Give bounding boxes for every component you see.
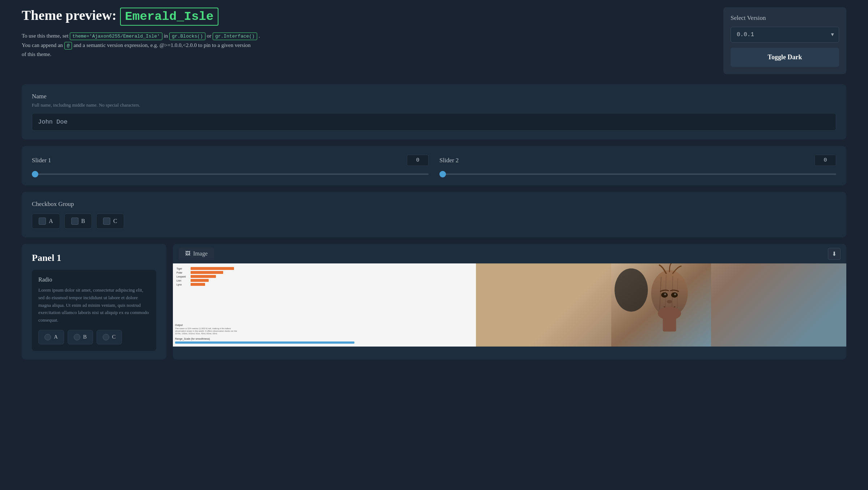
version-panel-title: Select Version <box>731 14 839 22</box>
header-section: Theme preview: Emerald_Isle To use this … <box>22 7 846 74</box>
desc-part2: in <box>164 33 169 39</box>
chart-bar-lion <box>191 279 209 282</box>
sliders-row: Slider 1 0 Slider 2 0 <box>32 155 836 177</box>
svg-point-9 <box>674 293 676 296</box>
theme-code: theme='Ajaxon6255/Emerald_Isle' <box>70 33 162 40</box>
gr-interface-code: gr.Interface() <box>213 33 257 40</box>
slider1-group: Slider 1 0 <box>32 155 429 177</box>
svg-rect-12 <box>663 315 676 332</box>
svg-point-13 <box>614 268 648 312</box>
checkbox-row: A B C <box>32 214 836 229</box>
header-left: Theme preview: Emerald_Isle To use this … <box>22 7 709 59</box>
slider2-input[interactable] <box>439 173 836 175</box>
desc-part7: of this theme. <box>22 51 51 57</box>
range-label: Range_Scale (for smoothness) <box>175 338 474 340</box>
chart-bar-lynx <box>191 283 205 286</box>
slider1-label: Slider 1 <box>32 157 51 164</box>
radio-description: Lorem ipsum dolor sit amet, consectetur … <box>38 287 150 324</box>
chart-text-lines: The tower is 324 metres (1,063 ft) tall,… <box>175 327 474 335</box>
name-sublabel: Full name, including middle name. No spe… <box>32 102 836 108</box>
chart-text-line-1: The tower is 324 metres (1,063 ft) tall,… <box>175 327 474 330</box>
checkbox-card: Checkbox Group A B C <box>22 192 846 237</box>
checkbox-box-a <box>39 218 46 225</box>
image-tab[interactable]: 🖼 Image <box>179 248 214 260</box>
radio-card: Radio Lorem ipsum dolor sit amet, consec… <box>32 270 156 351</box>
portrait-svg <box>476 263 846 347</box>
radio-circle-a <box>44 334 51 340</box>
page-title: Theme preview: Emerald_Isle <box>22 7 709 26</box>
version-panel-inner: Select Version 0.0.1 ▼ Toggle Dark <box>723 7 846 74</box>
image-preview-content: Tiger Polar Leopard <box>173 263 846 347</box>
panel1: Panel 1 Radio Lorem ipsum dolor sit amet… <box>22 244 166 360</box>
checkbox-item-c[interactable]: C <box>96 214 124 229</box>
radio-text-b: B <box>83 334 87 340</box>
checkbox-group-label: Checkbox Group <box>32 201 836 208</box>
checkbox-label-b: B <box>81 218 85 224</box>
slider1-header: Slider 1 0 <box>32 155 429 166</box>
slider2-header: Slider 2 0 <box>439 155 836 166</box>
at-sign-code: @ <box>64 42 72 50</box>
slider1-input[interactable] <box>32 173 429 175</box>
chart-output-label: Output <box>175 324 474 326</box>
chart-text-line-3: 107th, 103rd, 102nd, 91st, 43rd, 82nd, 6… <box>175 332 474 335</box>
chart-rows: Tiger Polar Leopard <box>176 267 472 286</box>
radio-title: Radio <box>38 276 150 283</box>
image-preview-area: Tiger Polar Leopard <box>173 263 846 347</box>
image-panel: 🖼 Image ⬇ Tiger <box>173 244 846 360</box>
chart-label-lion: Lion <box>176 279 189 282</box>
version-panel: Select Version 0.0.1 ▼ Toggle Dark <box>723 7 846 74</box>
checkbox-box-b <box>71 218 78 225</box>
checkbox-item-a[interactable]: A <box>32 214 60 229</box>
chart-bar-leopard <box>191 275 216 278</box>
checkbox-label-a: A <box>49 218 53 224</box>
chart-row-lynx: Lynx <box>176 283 472 286</box>
panel1-title: Panel 1 <box>32 253 156 263</box>
checkbox-label-c: C <box>113 218 117 224</box>
radio-text-c: C <box>112 334 116 340</box>
chart-row-tiger: Tiger <box>176 267 472 270</box>
toggle-dark-button[interactable]: Toggle Dark <box>731 48 839 67</box>
name-input[interactable] <box>32 113 836 131</box>
chart-portion: Tiger Polar Leopard <box>173 263 476 347</box>
portrait-portion <box>476 263 846 347</box>
chart-row-lion: Lion <box>176 279 472 282</box>
svg-point-8 <box>664 293 666 296</box>
theme-name-badge: Emerald_Isle <box>120 8 219 26</box>
version-select[interactable]: 0.0.1 <box>731 27 839 43</box>
download-button[interactable]: ⬇ <box>828 248 841 260</box>
chart-label-leopard: Leopard <box>176 275 189 278</box>
radio-text-a: A <box>54 334 58 340</box>
chart-label-polar: Polar <box>176 271 189 274</box>
version-select-wrapper: 0.0.1 ▼ <box>731 27 839 43</box>
radio-option-c[interactable]: C <box>97 330 122 344</box>
slider2-label: Slider 2 <box>439 157 459 164</box>
image-tab-header: 🖼 Image ⬇ <box>173 244 846 263</box>
chart-bar-tiger <box>191 267 234 270</box>
radio-option-b[interactable]: B <box>68 330 93 344</box>
chart-label-tiger: Tiger <box>176 267 189 270</box>
checkbox-item-b[interactable]: B <box>64 214 92 229</box>
desc-part5: You can append an <box>22 42 64 48</box>
description-text: To use this theme, set theme='Ajaxon6255… <box>22 31 709 59</box>
radio-circle-c <box>103 334 109 340</box>
name-label: Name <box>32 93 836 100</box>
image-icon: 🖼 <box>185 251 190 257</box>
name-card: Name Full name, including middle name. N… <box>22 84 846 139</box>
desc-part3: or <box>207 33 213 39</box>
radio-circle-b <box>74 334 80 340</box>
gr-blocks-code: gr.Blocks() <box>169 33 205 40</box>
radio-options-row: A B C <box>38 330 150 344</box>
range-section: Range_Scale (for smoothness) <box>175 338 474 344</box>
sliders-card: Slider 1 0 Slider 2 0 <box>22 146 846 185</box>
slider1-value: 0 <box>407 155 429 166</box>
chart-area-title: Tiger Polar Leopard <box>176 267 472 286</box>
chart-row-leopard: Leopard <box>176 275 472 278</box>
desc-part4: . <box>259 33 260 39</box>
desc-part1: To use this theme, set <box>22 33 70 39</box>
image-tab-text: Image <box>193 250 208 257</box>
bottom-panels-row: Panel 1 Radio Lorem ipsum dolor sit amet… <box>22 244 846 360</box>
radio-option-a[interactable]: A <box>38 330 64 344</box>
chart-bar-polar <box>191 271 223 274</box>
chart-text-line-2: observation tower in the world. It offer… <box>175 330 474 332</box>
chart-row-polar: Polar <box>176 271 472 274</box>
